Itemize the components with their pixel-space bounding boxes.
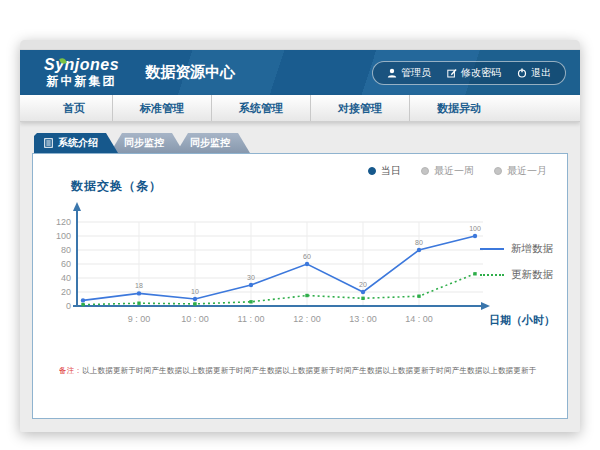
app-header: Synjones 新中新集团 数据资源中心 管理员修改密码退出: [20, 50, 580, 95]
updated-data-marker: [193, 302, 196, 305]
user-menu-label: 修改密码: [461, 66, 501, 80]
updated-data-marker: [249, 300, 252, 303]
tab-label: 系统介绍: [58, 136, 98, 150]
legend-item-new-data: 新增数据: [480, 242, 553, 256]
chart-legend: 新增数据更新数据: [480, 242, 553, 282]
y-tick-label: 120: [56, 217, 71, 227]
main-nav: 首页标准管理系统管理对接管理数据异动: [20, 95, 580, 122]
user-menu-item[interactable]: 修改密码: [447, 66, 501, 80]
new-data-value-label: 20: [359, 281, 367, 288]
period-filter-today[interactable]: 当日: [368, 164, 401, 178]
legend-label: 新增数据: [511, 242, 553, 256]
legend-item-updated-data: 更新数据: [480, 268, 553, 282]
x-tick-label: 11 : 00: [238, 314, 265, 324]
x-tick-label: 9 : 00: [128, 314, 151, 324]
app-window: Synjones 新中新集团 数据资源中心 管理员修改密码退出 首页标准管理系统…: [20, 40, 580, 432]
power-icon: [517, 68, 527, 78]
updated-data-marker: [81, 303, 84, 306]
new-data-marker: [193, 297, 197, 301]
footnote-prefix: 备注：: [59, 366, 82, 375]
nav-item-data-change[interactable]: 数据异动: [409, 95, 508, 121]
nav-item-standard-mgmt[interactable]: 标准管理: [112, 95, 211, 121]
content-area: 系统介绍同步监控同步监控 当日最近一周最近一月 数据交换（条） 02040608…: [20, 122, 580, 419]
user-menu-label: 管理员: [401, 66, 431, 80]
tab-bar: 系统介绍同步监控同步监控: [32, 136, 568, 153]
footnote-text: 以上数据更新于时间产生数据以上数据更新于时间产生数据以上数据更新于时间产生数据以…: [82, 366, 536, 375]
window-top-strip: [20, 40, 580, 50]
tab-label: 同步监控: [190, 136, 230, 150]
y-tick-label: 40: [61, 273, 71, 283]
y-axis-arrow-icon: [73, 202, 81, 211]
updated-data-marker: [473, 272, 476, 275]
new-data-marker: [249, 283, 253, 287]
period-label: 最近一周: [434, 164, 474, 178]
footnote: 备注：以上数据更新于时间产生数据以上数据更新于时间产生数据以上数据更新于时间产生…: [59, 366, 553, 376]
x-tick-label: 12 : 00: [293, 314, 321, 324]
updated-data-marker: [361, 297, 364, 300]
y-tick-label: 0: [66, 301, 71, 311]
new-data-value-label: 30: [247, 274, 255, 281]
new-data-marker: [417, 248, 421, 252]
new-data-marker: [473, 234, 477, 238]
new-data-marker: [137, 291, 141, 295]
new-data-marker: [81, 298, 85, 302]
chart-panel: 当日最近一周最近一月 数据交换（条） 0204060801001209 : 00…: [32, 153, 568, 419]
page-title: 数据资源中心: [145, 63, 235, 82]
new-data-value-label: 60: [303, 253, 311, 260]
company-logo: Synjones 新中新集团: [34, 56, 129, 88]
new-data-value-label: 80: [415, 239, 423, 246]
user-menu-item[interactable]: 退出: [517, 66, 551, 80]
y-tick-label: 80: [61, 245, 71, 255]
tab-sync-monitor-1[interactable]: 同步监控: [110, 133, 184, 153]
tab-system-intro[interactable]: 系统介绍: [34, 133, 118, 153]
tab-label: 同步监控: [124, 136, 164, 150]
radio-dot-icon: [494, 167, 502, 175]
doc-icon: [44, 138, 53, 148]
nav-item-interface-mgmt[interactable]: 对接管理: [310, 95, 409, 121]
new-data-value-label: 18: [135, 282, 143, 289]
legend-label: 更新数据: [511, 268, 553, 282]
nav-item-system-mgmt[interactable]: 系统管理: [211, 95, 310, 121]
new-data-marker: [305, 262, 309, 266]
x-axis-arrow-icon: [481, 302, 490, 310]
period-filter-group: 当日最近一周最近一月: [368, 164, 547, 178]
user-icon: [387, 68, 397, 78]
x-tick-label: 10 : 00: [181, 314, 209, 324]
new-data-marker: [361, 290, 365, 294]
updated-data-marker: [305, 294, 308, 297]
x-tick-label: 13 : 00: [349, 314, 377, 324]
logo-text-en: Synjones: [44, 56, 119, 74]
period-label: 当日: [381, 164, 401, 178]
y-tick-label: 60: [61, 259, 71, 269]
user-menu-label: 退出: [531, 66, 551, 80]
tab-sync-monitor-2[interactable]: 同步监控: [176, 133, 250, 153]
radio-dot-icon: [368, 167, 376, 175]
period-filter-last-week[interactable]: 最近一周: [421, 164, 474, 178]
y-tick-label: 100: [56, 231, 71, 241]
new-data-value-label: 100: [469, 225, 481, 232]
edit-icon: [447, 68, 457, 78]
x-tick-label: 14 : 00: [405, 314, 433, 324]
legend-swatch-solid: [480, 248, 504, 250]
period-label: 最近一月: [507, 164, 547, 178]
updated-data-marker: [137, 302, 140, 305]
period-filter-last-month[interactable]: 最近一月: [494, 164, 547, 178]
updated-data-marker: [417, 295, 420, 298]
user-menu-item[interactable]: 管理员: [387, 66, 431, 80]
x-axis-title: 日期（小时）: [489, 314, 555, 327]
legend-swatch-dotted: [480, 274, 504, 276]
nav-item-home[interactable]: 首页: [36, 95, 112, 121]
user-menu: 管理员修改密码退出: [372, 61, 566, 85]
new-data-value-label: 10: [191, 288, 199, 295]
logo-text-cn: 新中新集团: [44, 75, 119, 89]
radio-dot-icon: [421, 167, 429, 175]
y-tick-label: 20: [61, 287, 71, 297]
